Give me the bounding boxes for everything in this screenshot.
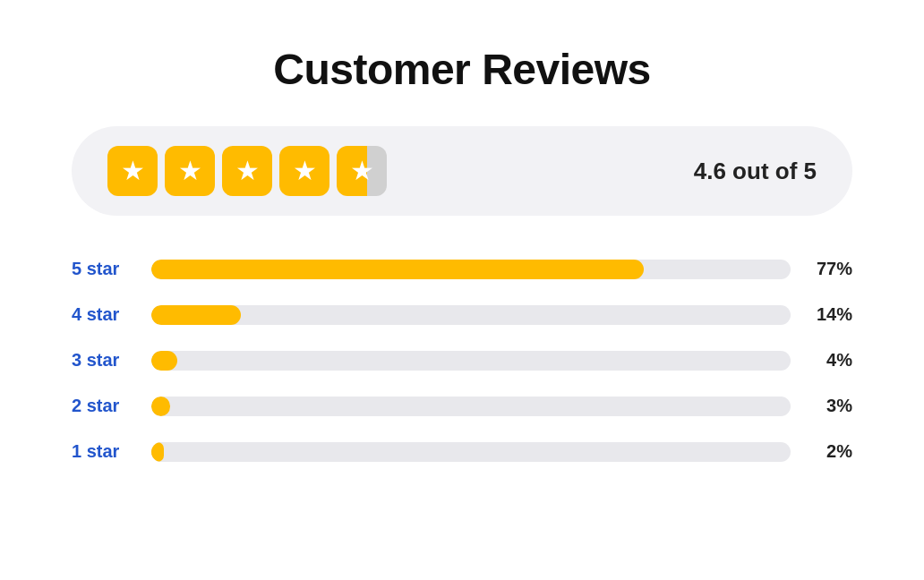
bar-label-1: 5 star — [72, 259, 130, 279]
bar-label-2: 4 star — [72, 304, 130, 325]
bar-track-4 — [151, 397, 791, 416]
bar-row-1: 5 star77% — [72, 259, 852, 279]
rating-text: 4.6 out of 5 — [694, 158, 817, 185]
page-title: Customer Reviews — [72, 45, 852, 94]
bar-percent-1: 77% — [812, 259, 852, 279]
star-3-icon: ★ — [235, 158, 260, 184]
bar-fill-1 — [151, 260, 644, 279]
bar-fill-2 — [151, 305, 241, 325]
star-5-partial: ★ — [337, 146, 387, 196]
stars-row: ★ ★ ★ ★ ★ — [107, 146, 387, 196]
bar-fill-5 — [151, 442, 164, 462]
bar-row-2: 4 star14% — [72, 304, 852, 325]
star-5-icon: ★ — [350, 158, 374, 184]
rating-summary: ★ ★ ★ ★ ★ 4.6 out of 5 — [72, 126, 852, 216]
bar-percent-2: 14% — [812, 304, 852, 325]
bar-percent-5: 2% — [812, 441, 852, 462]
star-2: ★ — [165, 146, 215, 196]
star-1-icon: ★ — [121, 158, 145, 184]
star-2-icon: ★ — [178, 158, 202, 184]
bar-percent-3: 4% — [812, 350, 852, 371]
star-4-icon: ★ — [293, 158, 317, 184]
star-4: ★ — [279, 146, 329, 196]
bar-percent-4: 3% — [812, 396, 852, 416]
bar-row-3: 3 star4% — [72, 350, 852, 371]
bar-fill-4 — [151, 397, 170, 416]
bar-label-4: 2 star — [72, 396, 130, 416]
bar-track-1 — [151, 260, 791, 279]
star-1: ★ — [107, 146, 158, 196]
bars-section: 5 star77%4 star14%3 star4%2 star3%1 star… — [72, 259, 852, 462]
bar-row-4: 2 star3% — [72, 396, 852, 416]
bar-label-3: 3 star — [72, 350, 130, 371]
bar-row-5: 1 star2% — [72, 441, 852, 462]
reviews-container: Customer Reviews ★ ★ ★ ★ ★ 4.6 out of 5 … — [72, 45, 852, 462]
bar-track-2 — [151, 305, 791, 325]
bar-fill-3 — [151, 351, 177, 371]
star-3: ★ — [222, 146, 272, 196]
bar-track-5 — [151, 442, 791, 462]
bar-track-3 — [151, 351, 791, 371]
bar-label-5: 1 star — [72, 441, 130, 462]
